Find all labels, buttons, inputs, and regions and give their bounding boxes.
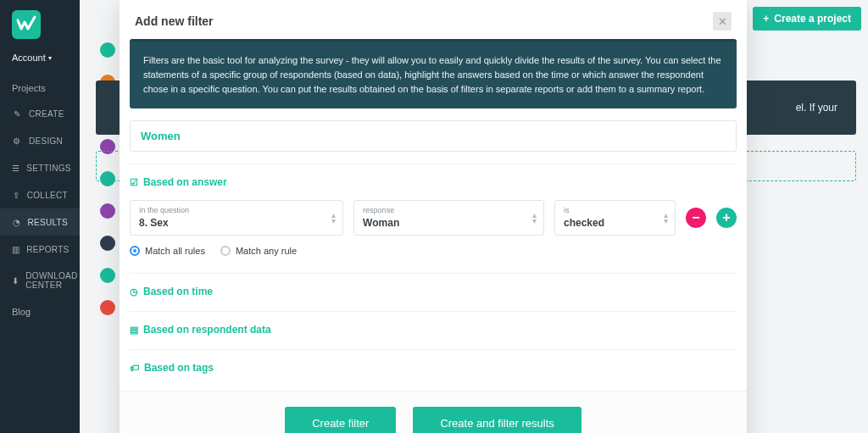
modal-header: Add new filter ✕	[120, 0, 747, 39]
section-based-on-answer: ☑ Based on answer In the question 8. Sex…	[130, 164, 737, 273]
create-and-filter-button[interactable]: Create and filter results	[413, 407, 581, 433]
section-toggle-respondent[interactable]: ▤ Based on respondent data	[130, 324, 737, 344]
section-toggle-time[interactable]: ◷ Based on time	[130, 286, 737, 306]
modal-footer: Create filter Create and filter results	[120, 391, 747, 433]
clock-icon: ◷	[130, 286, 138, 297]
section-title: Based on answer	[143, 176, 227, 188]
account-dropdown[interactable]: Account ▾	[0, 49, 80, 75]
create-filter-button[interactable]: Create filter	[285, 407, 396, 433]
section-based-on-tags: 🏷 Based on tags	[130, 349, 737, 391]
select-label: response	[363, 206, 525, 214]
section-title: Based on respondent data	[143, 324, 271, 336]
close-icon: ✕	[718, 15, 727, 28]
card-icon: ▤	[130, 325, 138, 336]
nav-item-collect[interactable]: ⇪ COLLECT	[0, 181, 80, 208]
create-icon: ✎	[12, 108, 22, 119]
section-title: Based on time	[143, 286, 213, 297]
results-icon: ◔	[12, 217, 21, 227]
select-label: In the question	[139, 206, 324, 214]
settings-icon: ☰	[12, 163, 19, 173]
select-value: 8. Sex	[139, 217, 169, 229]
modal-title: Add new filter	[135, 14, 214, 28]
section-toggle-tags[interactable]: 🏷 Based on tags	[130, 362, 737, 386]
match-any-radio[interactable]: Match any rule	[220, 246, 297, 256]
close-button[interactable]: ✕	[713, 12, 732, 31]
check-square-icon: ☑	[130, 177, 138, 188]
match-all-radio[interactable]: Match all rules	[130, 246, 205, 256]
rule-row: In the question 8. Sex ▴▾ response Woman…	[130, 200, 737, 236]
app-logo[interactable]	[12, 10, 41, 39]
radio-icon	[220, 246, 231, 256]
select-value: Woman	[363, 217, 399, 229]
select-value: checked	[564, 217, 604, 229]
section-toggle-answer[interactable]: ☑ Based on answer	[130, 176, 737, 188]
minus-icon: −	[692, 210, 699, 225]
nav-item-blog[interactable]: Blog	[0, 298, 80, 325]
reports-icon: ▥	[12, 244, 19, 254]
nav-item-results[interactable]: ◔ RESULTS	[0, 208, 80, 236]
updown-icon: ▴▾	[664, 212, 668, 224]
match-mode-row: Match all rules Match any rule	[130, 241, 737, 268]
nav-label: REPORTS	[26, 245, 69, 254]
plus-icon: +	[722, 210, 730, 225]
updown-icon: ▴▾	[331, 212, 336, 224]
nav-label: CREATE	[29, 109, 64, 119]
collect-icon: ⇪	[12, 190, 20, 200]
response-select[interactable]: response Woman ▴▾	[353, 200, 544, 236]
nav-label: COLLECT	[27, 191, 68, 200]
caret-down-icon: ▾	[48, 54, 52, 62]
radio-label: Match any rule	[236, 246, 297, 256]
condition-select[interactable]: is checked ▴▾	[554, 200, 676, 236]
nav-item-download-center[interactable]: ⬇ DOWNLOAD CENTER	[0, 263, 80, 298]
section-title: Based on tags	[144, 362, 214, 374]
remove-rule-button[interactable]: −	[686, 208, 706, 228]
select-label: is	[564, 206, 656, 214]
nav-item-settings[interactable]: ☰ SETTINGS	[0, 154, 80, 181]
radio-label: Match all rules	[145, 246, 205, 256]
info-box: Filters are the basic tool for analyzing…	[130, 39, 737, 108]
radio-icon	[130, 246, 140, 256]
nav-label: SETTINGS	[26, 164, 70, 173]
question-select[interactable]: In the question 8. Sex ▴▾	[130, 200, 343, 236]
nav-label: DOWNLOAD CENTER	[25, 271, 77, 290]
nav-label: DESIGN	[29, 136, 63, 146]
design-icon: ⚙	[12, 136, 22, 146]
nav-section-title: Projects	[0, 75, 80, 100]
nav-label: RESULTS	[28, 218, 68, 227]
account-label: Account	[12, 53, 46, 63]
tag-icon: 🏷	[130, 363, 139, 373]
section-based-on-time: ◷ Based on time	[130, 273, 737, 311]
add-filter-modal: Add new filter ✕ Filters are the basic t…	[120, 0, 747, 433]
download-icon: ⬇	[12, 275, 19, 286]
filter-name-input[interactable]	[130, 120, 737, 152]
nav-item-design[interactable]: ⚙ DESIGN	[0, 127, 80, 154]
section-based-on-respondent: ▤ Based on respondent data	[130, 311, 737, 349]
sidebar: Account ▾ Projects ✎ CREATE ⚙ DESIGN ☰ S…	[0, 0, 80, 433]
nav-item-create[interactable]: ✎ CREATE	[0, 100, 80, 127]
nav-item-reports[interactable]: ▥ REPORTS	[0, 236, 80, 263]
updown-icon: ▴▾	[532, 212, 537, 224]
add-rule-button[interactable]: +	[716, 208, 737, 228]
